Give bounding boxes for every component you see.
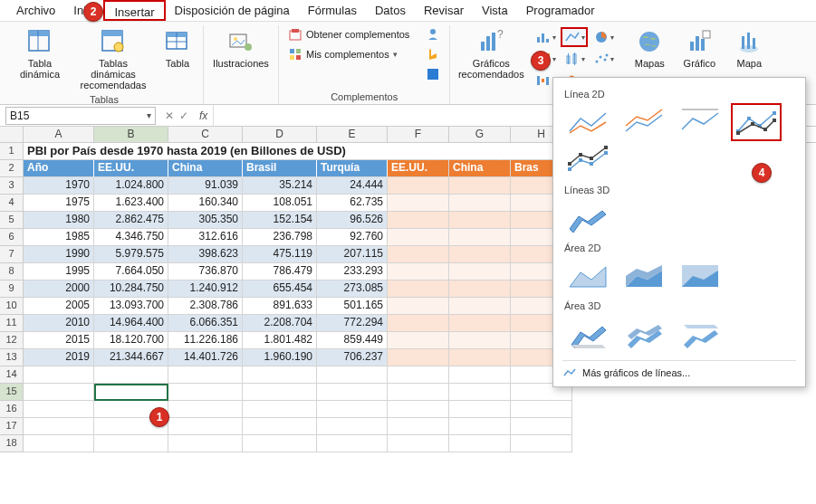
rowhdr-5[interactable]: 5 — [0, 212, 24, 229]
line-2d-basic[interactable] — [562, 103, 613, 141]
menu-programador[interactable]: Programador — [517, 0, 604, 21]
fx-icon[interactable]: fx — [194, 109, 207, 122]
pie-chart-button[interactable]: ▾ — [590, 27, 617, 47]
cell-B11[interactable]: 14.964.400 — [94, 315, 168, 332]
cell-G10[interactable] — [449, 298, 511, 315]
rowhdr-1[interactable]: 1 — [0, 143, 24, 160]
hdr-cn2[interactable]: China — [449, 160, 511, 177]
recommended-charts-button[interactable]: ? Gráficos recomendados — [456, 25, 526, 81]
cell-F6[interactable] — [388, 229, 449, 246]
cell-A9[interactable]: 2000 — [24, 281, 94, 298]
cell-D11[interactable]: 2.208.704 — [243, 315, 317, 332]
cell-C5[interactable]: 305.350 — [168, 212, 243, 229]
cell-G13[interactable] — [449, 349, 511, 366]
statistic-chart-button[interactable]: ▾ — [561, 49, 588, 69]
cell-D10[interactable]: 891.633 — [243, 298, 317, 315]
cell-E8[interactable]: 233.293 — [317, 263, 388, 281]
cell-E3[interactable]: 24.444 — [317, 177, 388, 195]
recommended-pivot-button[interactable]: Tablas dinámicas recomendadas — [74, 25, 152, 92]
cell-C3[interactable]: 91.039 — [168, 177, 243, 195]
cell-D9[interactable]: 655.454 — [243, 281, 317, 298]
rowhdr-8[interactable]: 8 — [0, 263, 24, 281]
hdr-us[interactable]: EE.UU. — [94, 160, 168, 177]
cell-G7[interactable] — [449, 246, 511, 263]
cell-B9[interactable]: 10.284.750 — [94, 281, 168, 298]
line-3d[interactable] — [562, 199, 613, 237]
hdr-year[interactable]: Año — [24, 160, 94, 177]
area-2d-stacked[interactable] — [619, 257, 669, 295]
active-cell-B15[interactable] — [94, 384, 168, 401]
cell-D12[interactable]: 1.801.482 — [243, 332, 317, 349]
cell-D8[interactable]: 786.479 — [243, 263, 317, 281]
cell-E10[interactable]: 501.165 — [317, 298, 388, 315]
cell-B5[interactable]: 2.862.475 — [94, 212, 168, 229]
area-2d-100pct[interactable] — [675, 257, 725, 295]
cell-B13[interactable]: 21.344.667 — [94, 349, 168, 366]
select-all-corner[interactable] — [0, 127, 24, 142]
hdr-cn[interactable]: China — [168, 160, 243, 177]
cell-C8[interactable]: 736.870 — [168, 263, 243, 281]
hdr-br[interactable]: Brasil — [243, 160, 317, 177]
my-addins-button[interactable]: Mis complementos ▾ — [284, 45, 413, 63]
cell-E7[interactable]: 207.115 — [317, 246, 388, 263]
rowhdr-7[interactable]: 7 — [0, 246, 24, 263]
cell-G6[interactable] — [449, 229, 511, 246]
cell-A8[interactable]: 1995 — [24, 263, 94, 281]
cell-F7[interactable] — [388, 246, 449, 263]
cell-A12[interactable]: 2015 — [24, 332, 94, 349]
scatter-chart-button[interactable]: ▾ — [590, 49, 617, 69]
cell-G3[interactable] — [449, 177, 511, 195]
cell-F5[interactable] — [388, 212, 449, 229]
menu-formulas[interactable]: Fórmulas — [299, 0, 366, 21]
col-A[interactable]: A — [24, 127, 94, 142]
cell-A13[interactable]: 2019 — [24, 349, 94, 366]
table-button[interactable]: Tabla — [158, 25, 197, 71]
bing-maps-button[interactable] — [422, 45, 444, 63]
cell-G5[interactable] — [449, 212, 511, 229]
cell-A5[interactable]: 1980 — [24, 212, 94, 229]
menu-vista[interactable]: Vista — [473, 0, 517, 21]
cell-C9[interactable]: 1.240.912 — [168, 281, 243, 298]
cell-F9[interactable] — [388, 281, 449, 298]
cell-E4[interactable]: 62.735 — [317, 195, 388, 212]
cell-F4[interactable] — [388, 195, 449, 212]
cell-C13[interactable]: 14.401.726 — [168, 349, 243, 366]
rowhdr-9[interactable]: 9 — [0, 281, 24, 298]
col-B[interactable]: B — [94, 127, 168, 142]
area-3d-basic[interactable] — [562, 315, 613, 353]
cell-C7[interactable]: 398.623 — [168, 246, 243, 263]
accept-formula-icon[interactable]: ✓ — [179, 109, 188, 122]
pivot-table-button[interactable]: Tabla dinámica — [11, 25, 69, 81]
cell-D5[interactable]: 152.154 — [243, 212, 317, 229]
rowhdr-12[interactable]: 12 — [0, 332, 24, 349]
rowhdr-3[interactable]: 3 — [0, 177, 24, 195]
cell-B12[interactable]: 18.120.700 — [94, 332, 168, 349]
cell-E11[interactable]: 772.294 — [317, 315, 388, 332]
cell-E12[interactable]: 859.449 — [317, 332, 388, 349]
cell-F12[interactable] — [388, 332, 449, 349]
col-C[interactable]: C — [168, 127, 243, 142]
line-chart-button[interactable]: ▾ — [561, 27, 588, 47]
cell-A10[interactable]: 2005 — [24, 298, 94, 315]
pivot-chart-button[interactable]: Gráfico — [677, 25, 722, 71]
map-3d-button[interactable]: Mapa — [727, 25, 771, 71]
rowhdr-2[interactable]: 2 — [0, 160, 24, 177]
cell-G11[interactable] — [449, 315, 511, 332]
cell-B8[interactable]: 7.664.050 — [94, 263, 168, 281]
cell-A7[interactable]: 1990 — [24, 246, 94, 263]
col-G[interactable]: G — [449, 127, 511, 142]
menu-datos[interactable]: Datos — [366, 0, 415, 21]
area-2d-basic[interactable] — [562, 257, 613, 295]
area-3d-100pct[interactable] — [675, 315, 725, 353]
hdr-tr[interactable]: Turquía — [317, 160, 388, 177]
cell-C4[interactable]: 160.340 — [168, 195, 243, 212]
line-2d-stacked[interactable] — [619, 103, 669, 141]
cell-G9[interactable] — [449, 281, 511, 298]
menu-archivo[interactable]: Archivo — [7, 0, 64, 21]
col-F[interactable]: F — [388, 127, 449, 142]
cell-D3[interactable]: 35.214 — [243, 177, 317, 195]
menu-insertar[interactable]: Insertar — [103, 0, 165, 21]
maps-button[interactable]: Mapas — [628, 25, 671, 71]
cell-B3[interactable]: 1.024.800 — [94, 177, 168, 195]
cell-G4[interactable] — [449, 195, 511, 212]
